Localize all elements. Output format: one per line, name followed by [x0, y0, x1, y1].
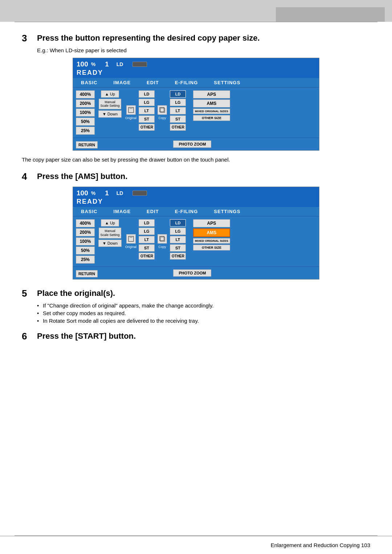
ui-panel-1: 100 % 1 LD READY BASIC IMAGE EDIT E-FILI…	[73, 58, 319, 151]
panel-2-pct-sign: %	[91, 190, 95, 196]
copy-other-2[interactable]: OTHER	[170, 253, 186, 260]
svg-rect-0	[128, 107, 134, 113]
zoom-25-2[interactable]: 25%	[76, 256, 95, 264]
zoom-200-1[interactable]: 200%	[76, 99, 95, 107]
panel-1-ready: READY	[77, 69, 315, 77]
copy-sizes-2: LD LG LT ST OTHER	[170, 219, 186, 264]
copy-st-1[interactable]: ST	[170, 115, 186, 123]
copy-label-2: Copy	[159, 245, 166, 249]
panel-1-ld: LD	[117, 61, 123, 67]
tab-efiling-1[interactable]: E-FILING	[167, 78, 206, 87]
panel-1-header: 100 % 1 LD READY	[73, 58, 319, 78]
tab-edit-2[interactable]: EDIT	[139, 207, 167, 216]
panel-2-header: 100 % 1 LD READY	[73, 187, 319, 207]
mixed-btn-2[interactable]: MIXED ORIGINAL SIZES	[193, 238, 230, 244]
orig-other-2[interactable]: OTHER	[139, 253, 155, 260]
panel-1-num: 1	[105, 60, 109, 68]
copy-icon-2[interactable]	[158, 234, 167, 244]
orig-st-1[interactable]: ST	[139, 115, 155, 123]
step-3-title: Press the button representing the desire…	[37, 33, 260, 44]
aps-btn-2[interactable]: APS	[193, 219, 230, 227]
tab-basic-2[interactable]: BASIC	[73, 207, 105, 216]
tab-image-1[interactable]: IMAGE	[105, 78, 139, 87]
aps-btn-1[interactable]: APS	[193, 90, 230, 98]
tab-basic-1[interactable]: BASIC	[73, 78, 105, 87]
zoom-col-2: 400% 200% 100% 50% 25%	[76, 219, 95, 264]
zoom-50-2[interactable]: 50%	[76, 247, 95, 254]
footer-text: Enlargement and Reduction Copying 103	[271, 542, 370, 548]
zoom-400-2[interactable]: 400%	[76, 219, 95, 227]
panel-2-tabs: BASIC IMAGE EDIT E-FILING SETTINGS	[73, 207, 319, 216]
return-btn-2[interactable]: RETURN	[76, 270, 98, 277]
zoom-200-2[interactable]: 200%	[76, 228, 95, 236]
zoom-100-1[interactable]: 100%	[76, 109, 95, 117]
tab-settings-1[interactable]: SETTINGS	[206, 78, 248, 87]
zoom-100-2[interactable]: 100%	[76, 237, 95, 245]
copy-lg-1[interactable]: LG	[170, 99, 186, 106]
copy-lt-2[interactable]: LT	[170, 236, 186, 243]
bullet-1: If "Change direction of original" appear…	[37, 302, 370, 309]
zoom-400-1[interactable]: 400%	[76, 90, 95, 98]
right-col-1: APS AMS MIXED ORIGINAL SIZES OTHER SIZE	[193, 90, 230, 135]
original-icon-2[interactable]	[126, 234, 136, 244]
orig-lt-2[interactable]: LT	[139, 236, 155, 243]
zoom-50-1[interactable]: 50%	[76, 118, 95, 126]
zoom-25-1[interactable]: 25%	[76, 127, 95, 135]
original-icon-1[interactable]	[126, 105, 136, 115]
up-btn-1[interactable]: ▲ Up	[101, 90, 119, 98]
panel-1-pct: 100	[77, 60, 88, 68]
tab-efiling-2[interactable]: E-FILING	[167, 207, 206, 216]
other-size-btn-2[interactable]: OTHER SIZE	[193, 245, 230, 250]
return-btn-1[interactable]: RETURN	[76, 141, 98, 148]
copy-lt-1[interactable]: LT	[170, 107, 186, 114]
orig-col-1: Original	[125, 90, 136, 135]
ams-btn-1[interactable]: AMS	[193, 99, 230, 107]
panel-1-status-row: 100 % 1 LD	[77, 60, 315, 68]
other-size-btn-1[interactable]: OTHER SIZE	[193, 115, 230, 121]
copy-other-1[interactable]: OTHER	[170, 124, 186, 131]
copy-ld-2[interactable]: LD	[170, 219, 186, 227]
panel-2-body: 400% 200% 100% 50% 25% ▲ Up ManualScale …	[73, 216, 319, 266]
photo-zoom-btn-2[interactable]: PHOTO ZOOM	[173, 269, 211, 277]
step-5-number: 5	[22, 288, 35, 299]
copy-col-icon-2: Copy	[157, 219, 168, 264]
orig-lt-1[interactable]: LT	[139, 107, 155, 114]
down-btn-1[interactable]: ▼ Down	[98, 110, 122, 118]
orig-lg-2[interactable]: LG	[139, 228, 155, 235]
panel-1-indicator	[132, 62, 147, 67]
ui-panel-2: 100 % 1 LD READY BASIC IMAGE EDIT E-FILI…	[73, 187, 319, 280]
orig-ld-1[interactable]: LD	[139, 90, 155, 98]
step-6: 6 Press the [START] button.	[22, 331, 370, 342]
panel-1-body: 400% 200% 100% 50% 25% ▲ Up ManualScale …	[73, 87, 319, 138]
step-6-number: 6	[22, 331, 35, 342]
copy-label-1: Copy	[159, 116, 166, 120]
step-4: 4 Press the [AMS] button.	[22, 171, 370, 182]
tab-settings-2[interactable]: SETTINGS	[206, 207, 248, 216]
manual-scale-1[interactable]: ManualScale Setting	[99, 99, 121, 110]
tab-image-2[interactable]: IMAGE	[105, 207, 139, 216]
orig-ld-2[interactable]: LD	[139, 219, 155, 227]
manual-scale-2[interactable]: ManualScale Setting	[99, 228, 121, 239]
orig-lg-1[interactable]: LG	[139, 99, 155, 106]
up-btn-2[interactable]: ▲ Up	[101, 219, 119, 227]
copy-ld-1[interactable]: LD	[170, 90, 186, 98]
spacer-1	[188, 90, 191, 135]
mixed-btn-1[interactable]: MIXED ORIGINAL SIZES	[193, 109, 230, 114]
original-label-2: Original	[125, 245, 136, 249]
copy-lg-2[interactable]: LG	[170, 228, 186, 235]
copy-icon-1[interactable]	[158, 105, 167, 115]
orig-other-1[interactable]: OTHER	[139, 124, 155, 131]
top-bar	[0, 0, 392, 22]
info-text: The copy paper size can also be set by p…	[22, 156, 370, 163]
top-bar-accent	[276, 7, 385, 22]
step-3-subtitle: E.g.: When LD-size paper is selected	[37, 47, 370, 53]
panel-2-indicator	[132, 191, 147, 196]
orig-sizes-1: LD LG LT ST OTHER	[139, 90, 155, 135]
orig-st-2[interactable]: ST	[139, 244, 155, 252]
tab-edit-1[interactable]: EDIT	[139, 78, 167, 87]
copy-st-2[interactable]: ST	[170, 244, 186, 252]
step-5-title: Place the original(s).	[37, 288, 115, 299]
photo-zoom-btn-1[interactable]: PHOTO ZOOM	[173, 140, 211, 148]
ams-btn-2[interactable]: AMS	[193, 228, 230, 237]
down-btn-2[interactable]: ▼ Down	[98, 240, 122, 247]
